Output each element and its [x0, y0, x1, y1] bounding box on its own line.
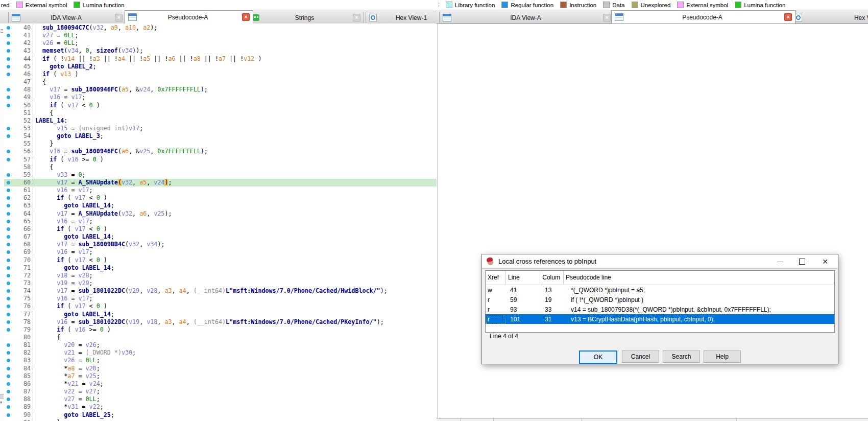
close-icon[interactable]: ✕	[820, 257, 830, 266]
tab-hex-view-1[interactable]: Hex View-1	[791, 12, 868, 23]
list-header[interactable]: XrefLineColumPseudocode line	[486, 271, 834, 285]
ok-button[interactable]: OK	[579, 350, 617, 364]
tab-pseudocode-a[interactable]: Pseudocode-A✕	[611, 10, 795, 24]
code-line[interactable]: 79 if ( v16 >= 0 )	[4, 326, 437, 334]
code-text[interactable]: v15 = (unsigned int)v17;	[33, 125, 437, 132]
code-line[interactable]: 72 v18 = v28;	[4, 272, 437, 279]
code-line[interactable]: 60 v17 = A_SHAUpdate(v32, a5, v24);	[4, 179, 437, 186]
xref-row[interactable]: r9333v14 = sub_180079D38(*(_QWORD *)pbIn…	[486, 305, 834, 314]
code-text[interactable]: goto LABEL_2;	[33, 63, 437, 71]
code-line[interactable]: 83 v26 = 0LL;	[4, 357, 437, 364]
code-text[interactable]: v33 = 0;	[33, 171, 437, 179]
tab-pseudocode-a[interactable]: Pseudocode-A✕	[125, 10, 253, 24]
tab-strings[interactable]: Strings✕	[249, 12, 364, 23]
code-text[interactable]: sub_180094C7C(v32, a9, a10, a2);	[33, 24, 437, 32]
code-line[interactable]: 50 if ( v17 < 0 )	[4, 102, 437, 109]
column-header-xref[interactable]: Xref	[486, 271, 506, 284]
code-line[interactable]: 90 goto LABEL_25;	[4, 411, 437, 419]
code-line[interactable]: 68 v17 = sub_18009BB4C(v32, v34);	[4, 241, 437, 248]
code-text[interactable]: v16 = sub_1800946FC(a6, &v25, 0x7FFFFFFF…	[33, 148, 437, 155]
code-line[interactable]: 76 if ( v17 < 0 )	[4, 302, 437, 310]
code-line[interactable]: 64 v17 = A_SHAUpdate(v32, a6, v25);	[4, 210, 437, 218]
code-line[interactable]: 53 v15 = (unsigned int)v17;	[4, 125, 437, 132]
code-text[interactable]: v16 = v17;	[33, 186, 437, 194]
code-line[interactable]: 77 goto LABEL_14;	[4, 311, 437, 318]
column-header-line[interactable]: Line	[506, 271, 540, 284]
code-line[interactable]: 54 goto LABEL_3;	[4, 132, 437, 140]
tab-close-icon[interactable]: ✕	[353, 14, 360, 21]
column-header-colum[interactable]: Colum	[540, 271, 564, 284]
tab-close-icon[interactable]: ✕	[784, 13, 792, 21]
minimize-button[interactable]	[775, 257, 785, 266]
tab-ida-view-a[interactable]: IDA View-A✕	[439, 12, 614, 23]
code-text[interactable]: v16 = v17;	[33, 295, 437, 302]
code-text[interactable]: v27 = 0LL;	[33, 32, 437, 39]
code-text[interactable]: goto LABEL_14;	[33, 311, 437, 318]
code-text[interactable]: v19 = v29;	[33, 279, 437, 287]
code-text[interactable]: v17 = sub_1800946FC(a5, &v24, 0x7FFFFFFF…	[33, 86, 437, 93]
code-text[interactable]: goto LABEL_25;	[33, 411, 437, 419]
code-line[interactable]: 82 v21 = (_DWORD *)v30;	[4, 349, 437, 357]
code-line[interactable]: 70 if ( v17 < 0 )	[4, 256, 437, 264]
code-text[interactable]: v22 = v27;	[33, 388, 437, 395]
chevron-down-icon[interactable]: ▾	[0, 401, 4, 405]
code-text[interactable]: }	[33, 419, 437, 421]
code-text[interactable]: {	[33, 163, 437, 171]
code-text[interactable]: {	[33, 109, 437, 117]
code-line[interactable]: 71 goto LABEL_14;	[4, 264, 437, 272]
tab-close-icon[interactable]: ✕	[242, 13, 250, 21]
code-line[interactable]: 62 if ( v17 < 0 )	[4, 194, 437, 202]
code-text[interactable]: memset(v34, 0, sizeof(v34));	[33, 47, 437, 55]
code-line[interactable]: 67 goto LABEL_14;	[4, 233, 437, 241]
code-line[interactable]: 51 {	[4, 109, 437, 117]
code-line[interactable]: 42 v26 = 0LL;	[4, 39, 437, 47]
code-line[interactable]: 43 memset(v34, 0, sizeof(v34));	[4, 47, 437, 55]
code-line[interactable]: 58 {	[4, 163, 437, 171]
code-line[interactable]: 56 v16 = sub_1800946FC(a6, &v25, 0x7FFFF…	[4, 148, 437, 155]
pseudocode-pane[interactable]: 40 sub_180094C7C(v32, a9, a10, a2);41 v2…	[4, 24, 437, 421]
code-text[interactable]: goto LABEL_14;	[33, 264, 437, 272]
code-text[interactable]: {	[33, 78, 437, 86]
code-line[interactable]: 69 v16 = v17;	[4, 248, 437, 256]
code-text[interactable]: if ( v16 >= 0 )	[33, 156, 437, 163]
code-line[interactable]: 55 }	[4, 140, 437, 148]
code-text[interactable]: v18 = v28;	[33, 272, 437, 279]
code-text[interactable]: if ( v17 < 0 )	[33, 256, 437, 264]
tab-close-icon[interactable]: ✕	[115, 14, 123, 21]
xref-row[interactable]: w4113*(_QWORD *)pbInput = a5;	[486, 285, 834, 295]
code-text[interactable]: v26 = 0LL;	[33, 357, 437, 364]
xref-row[interactable]: r5919if ( !*(_QWORD *)pbInput )	[486, 295, 834, 305]
code-line[interactable]: 81 v20 = v26;	[4, 341, 437, 349]
tab-ida-view-a[interactable]: IDA View-A✕	[8, 12, 126, 23]
code-text[interactable]: goto LABEL_14;	[33, 202, 437, 209]
code-line[interactable]: 78 v16 = sub_1801022DC(v19, v18, a3, a4,…	[4, 318, 437, 326]
code-line[interactable]: 41 v27 = 0LL;	[4, 32, 437, 39]
code-text[interactable]: v17 = sub_18009BB4C(v32, v34);	[33, 241, 437, 248]
code-text[interactable]: LABEL_14:	[33, 117, 437, 125]
code-line[interactable]: 61 v16 = v17;	[4, 186, 437, 194]
code-line[interactable]: 75 v16 = v17;	[4, 295, 437, 302]
code-text[interactable]: v16 = v17;	[33, 218, 437, 225]
code-text[interactable]: v16 = v17;	[33, 248, 437, 256]
code-text[interactable]: *v31 = v22;	[33, 403, 437, 411]
scroll-thumb[interactable]	[0, 394, 4, 399]
code-line[interactable]: 89 *v31 = v22;	[4, 403, 437, 411]
code-text[interactable]: *a7 = v25;	[33, 372, 437, 380]
code-line[interactable]: 84 *a8 = v20;	[4, 365, 437, 372]
code-text[interactable]: v26 = 0LL;	[33, 39, 437, 47]
code-text[interactable]: v16 = sub_1801022DC(v19, v18, a3, a4, (_…	[33, 318, 437, 326]
code-line[interactable]: 80 {	[4, 334, 437, 341]
code-line[interactable]: 47 {	[4, 78, 437, 86]
xref-row[interactable]: r10131v13 = BCryptHashData(phHash, pbInp…	[486, 314, 834, 324]
code-text[interactable]: {	[33, 334, 437, 341]
code-text[interactable]: goto LABEL_14;	[33, 233, 437, 241]
code-line[interactable]: 45 goto LABEL_2;	[4, 63, 437, 71]
code-text[interactable]: if ( v17 < 0 )	[33, 102, 437, 109]
code-text[interactable]: v17 = A_SHAUpdate(v32, a5, v24);	[33, 179, 437, 186]
xref-list[interactable]: XrefLineColumPseudocode line w4113*(_QWO…	[485, 270, 835, 333]
code-text[interactable]: v20 = v26;	[33, 341, 437, 349]
code-line[interactable]: 85 *a7 = v25;	[4, 372, 437, 380]
code-line[interactable]: 49 v16 = v17;	[4, 93, 437, 101]
code-line[interactable]: 91 }	[4, 419, 437, 421]
code-line[interactable]: 57 if ( v16 >= 0 )	[4, 156, 437, 163]
